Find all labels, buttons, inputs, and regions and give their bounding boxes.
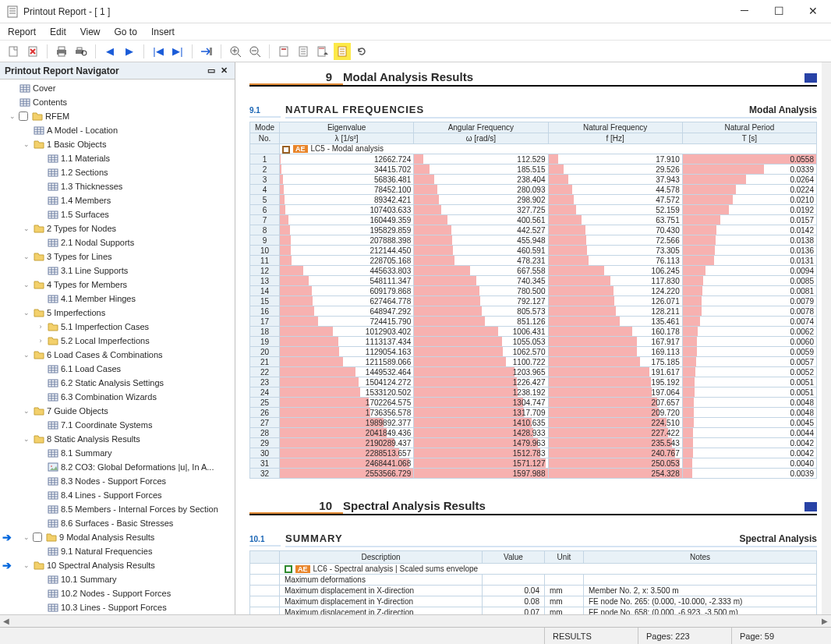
tree-item[interactable]: ⌄3 Types for Lines — [3, 249, 235, 264]
page-dropdown-icon[interactable] — [314, 43, 331, 60]
tree-item[interactable]: ⌄6 Load Cases & Combinations — [3, 348, 235, 362]
zoom-in-icon[interactable] — [227, 43, 244, 60]
svg-rect-69 — [48, 239, 58, 246]
tree-item[interactable]: 10.2 Nodes - Support Forces — [3, 586, 235, 600]
tree-item[interactable]: 1.1 Materials — [3, 151, 235, 165]
expand-icon[interactable]: ⌄ — [8, 112, 17, 120]
tree-item[interactable]: 8.1 Summary — [3, 446, 235, 460]
tree-item[interactable]: ›5.2 Local Imperfections — [3, 334, 235, 348]
expand-icon[interactable]: ⌄ — [22, 225, 31, 232]
tree-item[interactable]: 7.1 Coordinate Systems — [3, 418, 235, 432]
tree-checkbox[interactable] — [19, 111, 28, 121]
tree-item[interactable]: 6.1 Load Cases — [3, 362, 235, 376]
new-report-icon[interactable] — [5, 43, 22, 60]
tree-item[interactable]: ⌄4 Types for Members — [3, 278, 235, 292]
section-header-10: 10 Spectral Analysis Results — [249, 499, 817, 515]
goto-page-icon[interactable] — [198, 43, 215, 60]
expand-icon[interactable]: ⌄ — [22, 351, 31, 359]
close-panel-icon[interactable]: ✕ — [217, 65, 230, 76]
pin-icon[interactable]: ▭ — [205, 65, 217, 76]
tree-item[interactable]: ⌄RFEM — [3, 109, 235, 123]
next-page-icon[interactable]: ▶ — [121, 43, 138, 60]
grid-icon — [48, 476, 58, 487]
grid-icon — [48, 181, 58, 192]
expand-icon[interactable]: ⌄ — [22, 561, 31, 569]
tree-item[interactable]: 6.3 Combination Wizards — [3, 390, 235, 404]
tree-item[interactable]: ➔⌄9 Modal Analysis Results — [3, 530, 235, 544]
tree-item[interactable]: Cover — [3, 81, 235, 95]
menu-insert[interactable]: Insert — [151, 27, 175, 37]
menu-edit[interactable]: Edit — [50, 27, 66, 37]
tree-item[interactable]: ⌄5 Imperfections — [3, 306, 235, 320]
refresh-icon[interactable] — [353, 43, 370, 60]
tree-item[interactable]: 1.5 Surfaces — [3, 207, 235, 221]
expand-icon[interactable]: ⌄ — [22, 140, 31, 148]
tree-item[interactable]: 1.3 Thicknesses — [3, 179, 235, 193]
minimize-button[interactable]: ─ — [733, 5, 756, 18]
expand-icon[interactable]: ⌄ — [22, 407, 31, 415]
tree-item[interactable]: ⌄7 Guide Objects — [3, 404, 235, 418]
tree-item[interactable]: 8.2 CO3: Global Deformations |u|, In A..… — [3, 460, 235, 474]
tree-label: A Model - Location — [47, 126, 118, 135]
tree-item[interactable]: Contents — [3, 95, 235, 109]
expand-icon[interactable]: ⌄ — [22, 533, 31, 541]
menu-goto[interactable]: Go to — [115, 27, 137, 37]
table-row: 9207888.398455.94872.5660.0138 — [250, 235, 817, 246]
table-row: 14609179.868780.500124.2200.0081 — [250, 286, 817, 296]
horizontal-scrollbar[interactable]: ◀▶ — [0, 614, 831, 627]
tree-item[interactable]: 1.4 Members — [3, 193, 235, 207]
close-button[interactable]: ✕ — [801, 5, 825, 18]
table-row: 221449532.4641203.965191.6170.0052 — [250, 367, 817, 377]
expand-icon[interactable]: › — [36, 337, 45, 345]
tree-item[interactable]: ➔⌄10 Spectral Analysis Results — [3, 558, 235, 572]
table-row: 251702264.5751304.747207.6570.0048 — [250, 398, 817, 408]
maximize-button[interactable]: ☐ — [767, 5, 790, 18]
contents-mode-icon[interactable] — [334, 43, 351, 60]
tree-item[interactable]: 10.1 Summary — [3, 572, 235, 586]
report-content[interactable]: 9 Modal Analysis Results 9.1 NATURAL FRE… — [235, 62, 831, 614]
menu-report[interactable]: Report — [8, 27, 36, 37]
zoom-out-icon[interactable] — [246, 43, 263, 60]
tree-item[interactable]: 8.4 Lines - Support Forces — [3, 488, 235, 502]
expand-icon[interactable]: ⌄ — [22, 309, 31, 317]
tree-item[interactable]: 8.3 Nodes - Support Forces — [3, 474, 235, 488]
tree-item[interactable]: 10.3 Lines - Support Forces — [3, 600, 235, 614]
expand-icon[interactable]: › — [36, 323, 45, 331]
tree-item[interactable]: 1.2 Sections — [3, 165, 235, 179]
tree-item[interactable]: 2.1 Nodal Supports — [3, 235, 235, 249]
svg-rect-99 — [48, 422, 58, 429]
print-icon[interactable] — [53, 43, 70, 60]
tree-label: 8.4 Lines - Support Forces — [61, 490, 162, 500]
tree-item[interactable]: 4.1 Member Hinges — [3, 292, 235, 306]
print-preview-icon[interactable] — [72, 43, 90, 60]
tree-label: 2 Types for Nodes — [47, 224, 116, 233]
vertical-scrollbar[interactable] — [822, 62, 831, 614]
tree-item[interactable]: 6.2 Static Analysis Settings — [3, 376, 235, 390]
tree-item[interactable]: 3.1 Line Supports — [3, 264, 235, 278]
tree-item[interactable]: 8.6 Surfaces - Basic Stresses — [3, 516, 235, 530]
prev-page-icon[interactable]: ◀ — [101, 43, 118, 60]
table-row: 312468441.0681571.127250.0530.0040 — [250, 458, 817, 469]
tree-item[interactable]: ⌄1 Basic Objects — [3, 137, 235, 151]
expand-icon[interactable]: ⌄ — [22, 435, 31, 443]
tree-item[interactable]: 8.5 Members - Internal Forces by Section — [3, 502, 235, 516]
navigator-tree[interactable]: CoverContents⌄RFEMA Model - Location⌄1 B… — [0, 80, 235, 614]
page-mode-icon[interactable] — [295, 43, 312, 60]
page-layout-icon[interactable] — [275, 43, 292, 60]
tree-item[interactable]: A Model - Location — [3, 123, 235, 137]
last-page-icon[interactable]: ▶| — [169, 43, 186, 60]
tree-item[interactable]: ›5.1 Imperfection Cases — [3, 320, 235, 334]
delete-report-icon[interactable] — [24, 43, 41, 60]
tree-item[interactable]: 9.1 Natural Frequencies — [3, 544, 235, 558]
lc6-label: LC6 - Spectral analysis | Scaled sums en… — [313, 564, 479, 573]
grid-icon — [48, 602, 58, 613]
tree-item[interactable]: ⌄8 Static Analysis Results — [3, 432, 235, 446]
tree-item[interactable]: ⌄2 Types for Nodes — [3, 221, 235, 235]
expand-icon[interactable]: ⌄ — [22, 281, 31, 288]
section-title: Spectral Analysis Results — [343, 499, 486, 512]
svg-rect-0 — [8, 6, 17, 17]
menu-view[interactable]: View — [80, 27, 101, 37]
tree-checkbox[interactable] — [33, 533, 42, 542]
expand-icon[interactable]: ⌄ — [22, 253, 31, 260]
first-page-icon[interactable]: |◀ — [150, 43, 167, 60]
